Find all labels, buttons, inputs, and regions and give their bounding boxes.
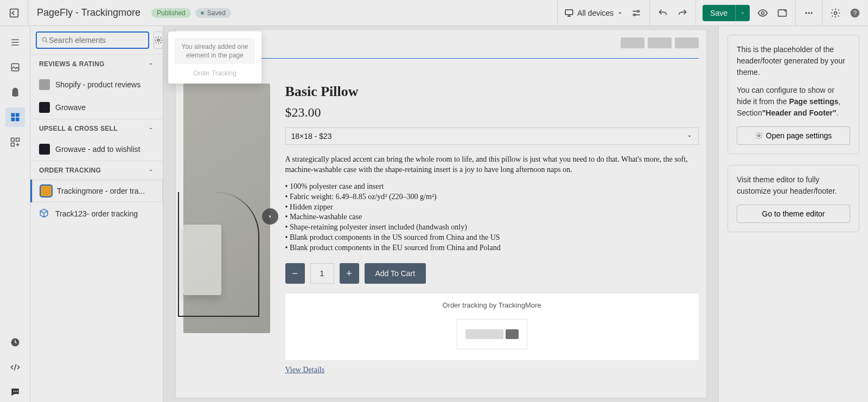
qty-decrease-button[interactable]: −	[285, 263, 305, 284]
rail-elements-button[interactable]	[5, 107, 25, 127]
gear-button[interactable]	[829, 7, 842, 20]
svg-point-8	[810, 12, 812, 14]
help-icon: ?	[850, 8, 860, 18]
open-page-settings-button[interactable]: Open page settings	[737, 126, 850, 145]
go-to-theme-editor-button[interactable]: Go to theme editor	[737, 205, 850, 223]
settings-sliders-button[interactable]	[630, 7, 643, 20]
sidebar-item-track123[interactable]: Track123- order tracking	[30, 202, 163, 225]
tracking-widget[interactable]: Order tracking by TrackingMore	[285, 293, 699, 360]
svg-point-21	[13, 391, 14, 392]
view-details-link[interactable]: View Details	[285, 366, 699, 374]
rail-history-button[interactable]	[5, 333, 25, 352]
back-button[interactable]	[0, 0, 28, 26]
panel-settings-button[interactable]	[154, 31, 163, 49]
svg-point-23	[17, 391, 18, 392]
info-text2: You can configure to show or hide it fro…	[737, 85, 850, 119]
svg-rect-17	[11, 138, 14, 142]
search-elements-input[interactable]	[49, 36, 144, 44]
svg-point-24	[42, 37, 46, 41]
info-text: Visit theme editor to fully customize yo…	[737, 174, 850, 197]
gear-icon	[755, 132, 763, 139]
product-image[interactable]	[183, 84, 270, 333]
qty-value[interactable]: 1	[310, 263, 334, 284]
list-icon	[10, 37, 21, 48]
chevron-down-icon	[617, 10, 623, 16]
sidebar-item-label: Growave	[55, 103, 86, 112]
code-icon	[10, 362, 21, 373]
svg-rect-12	[11, 63, 18, 71]
undo-redo-group	[649, 0, 695, 26]
rail-shopify-button[interactable]	[5, 82, 25, 102]
section-reviews-head[interactable]: REVIEWS & RATING	[30, 54, 163, 73]
tooltip-message: You already added one element in the pag…	[175, 38, 255, 64]
rail-image-button[interactable]	[5, 58, 25, 77]
chevron-down-icon	[148, 167, 154, 174]
search-elements-wrap[interactable]	[36, 31, 149, 49]
sidebar-item-growave[interactable]: Growave	[30, 96, 163, 119]
svg-rect-13	[11, 113, 15, 117]
top-bar: PageFly - Trackingmore Published Saved A…	[0, 0, 868, 26]
svg-point-22	[15, 391, 16, 392]
save-group: Save	[695, 0, 795, 26]
svg-rect-18	[11, 143, 14, 146]
product-title: Basic Pillow	[285, 84, 699, 100]
redo-button[interactable]	[676, 7, 689, 20]
image-icon	[10, 62, 21, 73]
theme-editor-info-box: Visit theme editor to fully customize yo…	[727, 165, 859, 232]
rail-outline-button[interactable]	[5, 33, 25, 52]
svg-rect-16	[15, 118, 19, 122]
published-badge: Published	[151, 8, 191, 18]
preview-button[interactable]	[756, 7, 769, 20]
rail-chat-button[interactable]	[5, 382, 25, 402]
help-button[interactable]: ?	[848, 7, 861, 20]
tracking-input[interactable]	[465, 329, 503, 339]
chevron-down-icon	[148, 61, 154, 67]
add-to-cart-button[interactable]: Add To Cart	[365, 263, 426, 284]
sidebar-item-shopify-reviews[interactable]: Shopify - product reviews	[30, 73, 163, 96]
sidebar-item-trackingmore[interactable]: Trackingmore - order tra...	[30, 180, 163, 202]
device-selector[interactable]: All devices	[564, 8, 623, 18]
help-group: ?	[822, 0, 868, 26]
rail-code-button[interactable]	[5, 358, 25, 377]
sidebar-item-growave-wishlist[interactable]: Growave - add to wishlist	[30, 138, 163, 161]
more-group	[795, 0, 822, 26]
tracking-form	[457, 319, 527, 349]
chevron-down-icon	[148, 125, 154, 132]
publish-icon	[777, 8, 788, 18]
grid-icon	[10, 112, 21, 123]
sidebar-item-label: Trackingmore - order tra...	[57, 187, 145, 195]
rail-add-button[interactable]	[5, 132, 25, 152]
undo-button[interactable]	[656, 7, 669, 20]
shopify-icon	[10, 87, 21, 98]
section-tracking-head[interactable]: ORDER TRACKING	[30, 161, 163, 180]
sidebar-item-label: Shopify - product reviews	[55, 80, 141, 89]
save-button[interactable]: Save	[703, 5, 735, 21]
chevron-right-icon	[267, 213, 273, 220]
tracking-submit-button[interactable]	[506, 329, 519, 339]
gear-icon	[830, 8, 841, 18]
svg-point-4	[762, 11, 764, 14]
product-bullets: • 100% polyester case and insert • Fabri…	[285, 182, 699, 253]
qty-increase-button[interactable]: +	[340, 263, 359, 284]
svg-point-26	[758, 135, 760, 137]
elements-panel: REVIEWS & RATING Shopify - product revie…	[30, 26, 163, 402]
dots-icon	[803, 8, 814, 18]
save-dropdown-button[interactable]	[735, 5, 750, 21]
publish-button[interactable]	[776, 7, 789, 20]
page-title: PageFly - Trackingmore	[28, 7, 149, 18]
left-rail	[0, 26, 30, 402]
chat-icon	[10, 387, 21, 398]
svg-rect-0	[10, 9, 18, 17]
next-image-button[interactable]	[262, 208, 278, 225]
svg-point-9	[834, 11, 837, 14]
gear-icon	[154, 36, 163, 44]
canvas-page[interactable]: Basic Pillow $23.00 18×18 - $23 A strate…	[175, 29, 707, 398]
search-icon	[41, 36, 49, 44]
variant-selector[interactable]: 18×18 - $23	[285, 127, 699, 145]
desktop-icon	[564, 8, 574, 18]
svg-rect-14	[15, 113, 19, 117]
more-button[interactable]	[802, 7, 815, 20]
svg-text:?: ?	[853, 9, 857, 16]
sliders-icon	[631, 8, 642, 18]
section-upsell-head[interactable]: UPSELL & CROSS SELL	[30, 119, 163, 138]
